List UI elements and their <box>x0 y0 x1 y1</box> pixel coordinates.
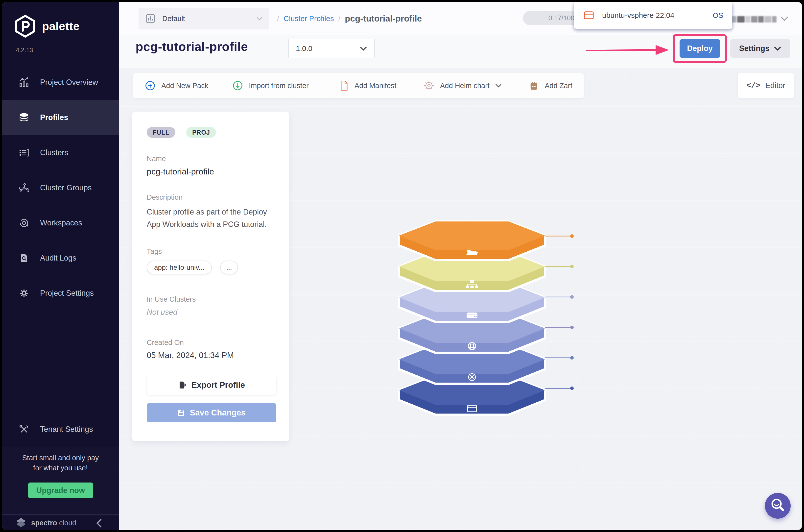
chevron-down-icon <box>360 46 367 51</box>
layers-stack-icon <box>18 112 30 123</box>
server-list-icon <box>18 147 30 158</box>
tags-row: app: hello-univ... ... <box>147 261 276 274</box>
sidebar-item-project-overview[interactable]: Project Overview <box>2 65 119 100</box>
sidebar-item-label: Workspaces <box>40 218 82 227</box>
palette-app-window: palette 4.2.13 Project Overview Profiles <box>2 2 802 530</box>
sidebar-item-label: Tenant Settings <box>40 425 93 434</box>
pack-row-ubuntu-vsphere[interactable]: ubuntu-vsphere 22.04 OS <box>574 2 732 29</box>
badge-full: FULL <box>147 127 175 138</box>
import-circle-icon <box>232 80 244 91</box>
settings-label: Settings <box>739 44 769 53</box>
breadcrumb-separator: / <box>339 14 340 23</box>
manifest-file-icon <box>339 80 349 91</box>
breadcrumb-link-cluster-profiles[interactable]: Cluster Profiles <box>284 14 334 23</box>
plus-circle-icon <box>145 80 156 91</box>
footer-brand: spectro cloud <box>31 519 76 527</box>
search-fab-button[interactable] <box>765 493 791 519</box>
profile-badges: FULL PROJ <box>147 127 276 138</box>
breadcrumb-current: pcg-tutorial-profile <box>345 14 422 23</box>
orbit-icon <box>18 217 30 229</box>
created-on-value: 05 Mar, 2024, 01:34 PM <box>147 350 276 360</box>
add-helm-chart-button[interactable]: Add Helm chart <box>423 73 502 98</box>
save-changes-label: Save Changes <box>190 408 246 417</box>
pack-toolbar: Add New Pack Import from cluster Add Man… <box>132 73 584 98</box>
chevron-down-icon <box>495 84 502 88</box>
add-zarf-button[interactable]: Add Zarf <box>529 73 572 98</box>
import-from-cluster-button[interactable]: Import from cluster <box>232 73 309 98</box>
add-manifest-button[interactable]: Add Manifest <box>339 73 396 98</box>
add-manifest-label: Add Manifest <box>355 82 396 90</box>
deploy-button[interactable]: Deploy <box>679 39 720 58</box>
scope-selector-value: Default <box>162 15 250 23</box>
export-profile-label: Export Profile <box>191 380 245 390</box>
profile-version-value: 1.0.0 <box>296 44 312 53</box>
page-title: pcg-tutorial-profile <box>136 40 248 54</box>
sidebar-item-tenant-settings[interactable]: Tenant Settings <box>2 412 119 447</box>
export-profile-button[interactable]: Export Profile <box>147 375 276 395</box>
created-on-label: Created On <box>147 339 276 347</box>
import-from-cluster-label: Import from cluster <box>249 82 309 90</box>
project-scope-selector[interactable]: Default <box>138 8 269 30</box>
sidebar-item-label: Cluster Groups <box>40 183 92 192</box>
brand-name: palette <box>42 20 80 33</box>
profile-name-value: pcg-tutorial-profile <box>147 167 276 176</box>
node-graph-icon <box>18 182 30 193</box>
chart-box-icon <box>145 13 156 24</box>
storage-icon <box>466 312 477 318</box>
sidebar-item-cluster-groups[interactable]: Cluster Groups <box>2 170 119 205</box>
annotation-arrow <box>586 43 670 56</box>
bar-chart-icon <box>18 77 30 88</box>
promo-text: Start small and only pay for what you us… <box>2 453 119 473</box>
in-use-clusters-value: Not used <box>147 308 276 317</box>
add-new-pack-label: Add New Pack <box>161 82 208 90</box>
upgrade-now-button[interactable]: Upgrade now <box>28 482 93 498</box>
export-icon <box>178 381 187 389</box>
zarf-icon <box>529 80 539 91</box>
in-use-clusters-label: In Use Clusters <box>147 295 276 303</box>
add-zarf-label: Add Zarf <box>545 82 572 90</box>
profile-version-select[interactable]: 1.0.0 <box>288 39 375 58</box>
sidebar-item-audit-logs[interactable]: Audit Logs <box>2 241 119 276</box>
sidebar-item-workspaces[interactable]: Workspaces <box>2 205 119 241</box>
editor-label: Editor <box>765 81 785 90</box>
sidebar-item-label: Audit Logs <box>40 254 76 263</box>
chevron-down-icon <box>774 46 781 51</box>
pack-name: ubuntu-vsphere 22.04 <box>602 11 674 20</box>
search-icon <box>767 495 788 516</box>
audit-log-icon <box>18 252 30 264</box>
promo-line-2: for what you use! <box>2 463 119 473</box>
editor-button[interactable]: </> Editor <box>738 73 795 98</box>
pack-category: OS <box>713 11 723 20</box>
screenshot-frame: palette 4.2.13 Project Overview Profiles <box>0 0 804 532</box>
save-icon <box>177 409 185 416</box>
promo-line-1: Start small and only pay <box>2 453 119 463</box>
collapse-sidebar-icon[interactable] <box>95 518 103 528</box>
tag-overflow-pill[interactable]: ... <box>220 261 238 274</box>
layer-connectors <box>544 220 576 413</box>
tag-pill[interactable]: app: hello-univ... <box>147 261 212 274</box>
kubernetes-wheel-icon <box>468 374 476 381</box>
save-changes-button[interactable]: Save Changes <box>147 403 276 422</box>
brand: palette <box>15 15 80 38</box>
name-label: Name <box>147 155 276 163</box>
chevron-down-icon[interactable] <box>780 16 789 21</box>
gear-icon <box>18 287 30 299</box>
sidebar-item-profiles[interactable]: Profiles <box>2 100 119 135</box>
sidebar-item-label: Project Overview <box>40 78 98 87</box>
description-label: Description <box>147 193 276 202</box>
spectro-cloud-logo <box>14 516 28 530</box>
helm-wheel-icon <box>423 80 435 91</box>
layer-app-services <box>399 222 545 260</box>
sidebar-item-label: Project Settings <box>40 289 94 298</box>
chevron-down-icon <box>256 17 263 21</box>
sidebar-item-clusters[interactable]: Clusters <box>2 135 119 170</box>
sidebar-item-project-settings[interactable]: Project Settings <box>2 276 119 311</box>
code-icon: </> <box>747 81 761 90</box>
add-new-pack-button[interactable]: Add New Pack <box>145 73 208 98</box>
settings-button[interactable]: Settings <box>730 39 790 58</box>
badge-proj: PROJ <box>186 127 216 138</box>
palette-logo-icon <box>15 15 36 38</box>
sidebar: palette 4.2.13 Project Overview Profiles <box>2 2 119 530</box>
breadcrumb-separator: / <box>277 14 279 23</box>
os-window-icon <box>583 10 595 21</box>
